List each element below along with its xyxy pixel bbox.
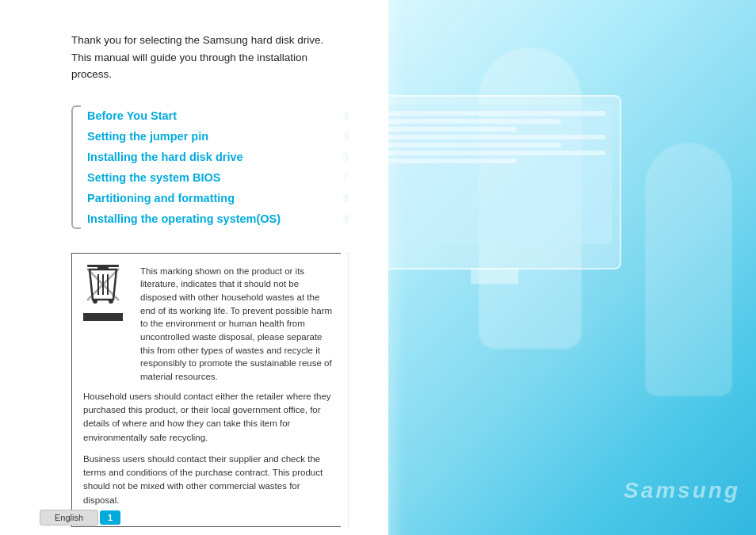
waste-icon-area (83, 265, 131, 384)
trash-bin-icon (83, 265, 123, 304)
samsung-brand-text: Samsung (624, 478, 740, 503)
footer-language: English (40, 510, 98, 525)
toc-item-1[interactable]: Before You Start 2 (87, 105, 349, 126)
page-container: Samsung Thank you for selecting the Sams… (0, 0, 756, 535)
warning-header: This marking shown on the product or its… (83, 265, 337, 384)
toc-wrapper: Before You Start 2 Setting the jumper pi… (71, 105, 349, 229)
black-bar-icon (83, 313, 123, 321)
cyan-fade-overlay (341, 0, 404, 535)
toc-item-3[interactable]: Installing the hard disk drive 5 (87, 147, 349, 167)
toc-item-2[interactable]: Setting the jumper pin 3 (87, 126, 349, 147)
toc-bracket (71, 105, 81, 229)
intro-line1: Thank you for selecting the Samsung hard… (71, 32, 349, 49)
toc-item-4[interactable]: Setting the system BIOS 7 (87, 167, 349, 188)
intro-line2: This manual will guide you through the i… (71, 49, 349, 83)
person-right-silhouette (645, 143, 732, 396)
warning-para1: Household users should contact either th… (83, 390, 337, 445)
footer-page-number: 1 (100, 510, 120, 525)
toc-item-6[interactable]: Installing the operating system(OS) 8 (87, 208, 349, 229)
toc-title-3: Installing the hard disk drive (87, 151, 243, 163)
toc-title-2: Setting the jumper pin (87, 130, 208, 143)
monitor-stand (471, 268, 518, 284)
monitor-screen (377, 105, 612, 244)
toc-item-5[interactable]: Partitioning and formatting 8 (87, 188, 349, 208)
svg-point-6 (109, 299, 113, 304)
toc-title-1: Before You Start (87, 109, 177, 122)
warning-main-text: This marking shown on the product or its… (140, 265, 337, 384)
toc-title-4: Setting the system BIOS (87, 171, 220, 184)
warning-box: This marking shown on the product or its… (71, 253, 349, 527)
svg-rect-1 (97, 265, 109, 269)
monitor-shape (368, 95, 621, 269)
toc-title-6: Installing the operating system(OS) (87, 212, 281, 225)
page-footer: English 1 (40, 510, 120, 525)
image-area: Samsung (344, 0, 756, 535)
warning-para2: Business users should contact their supp… (83, 453, 337, 507)
content-area: Thank you for selecting the Samsung hard… (0, 0, 388, 535)
toc-title-5: Partitioning and formatting (87, 192, 235, 204)
intro-text: Thank you for selecting the Samsung hard… (71, 32, 349, 83)
svg-point-5 (93, 299, 97, 304)
